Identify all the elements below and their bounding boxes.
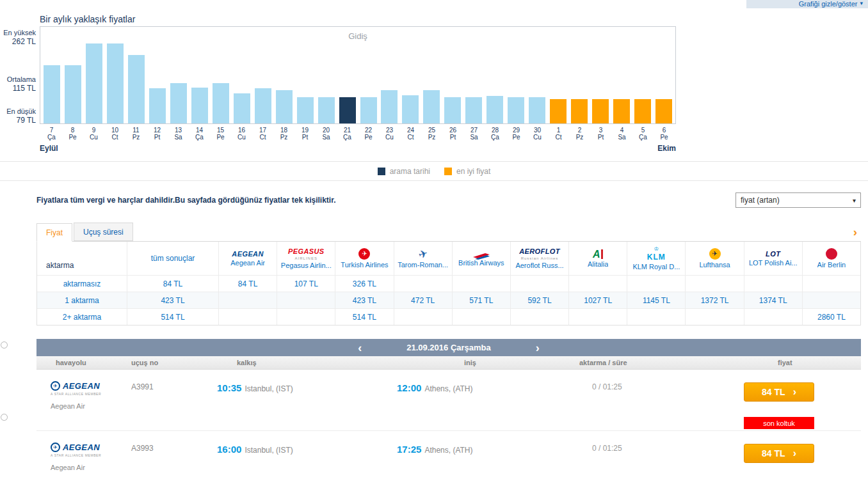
matrix-cell-1-3[interactable]: 423 TL xyxy=(335,292,393,308)
filter-radio[interactable] xyxy=(1,414,8,421)
price-bar-24-Ct[interactable] xyxy=(402,95,419,123)
matrix-cell-1-8[interactable]: 1145 TL xyxy=(627,292,685,308)
matrix-cell-1-0[interactable]: 423 TL xyxy=(127,292,218,308)
price-bar-10-Ct[interactable] xyxy=(107,43,124,123)
pegasus-logo: PEGASUS xyxy=(288,247,325,255)
matrix-cell-1-9[interactable]: 1372 TL xyxy=(685,292,743,308)
departure-cell: 16:00Istanbul, (IST) xyxy=(216,431,397,486)
matrix-airline-column-9[interactable]: LOTLOT Polish Ai... xyxy=(744,242,802,275)
matrix-airline-column-6[interactable]: AAlitalia xyxy=(568,242,627,275)
departure-time: 16:00 xyxy=(217,444,241,455)
price-bar-25-Pz[interactable] xyxy=(423,90,440,123)
matrix-cell-2-11[interactable]: 2860 TL xyxy=(802,308,860,325)
matrix-cell-1-5[interactable]: 571 TL xyxy=(452,292,510,308)
y-marker-min: En düşük 79 TL xyxy=(0,107,36,125)
matrix-row-label-0[interactable]: aktarmasız xyxy=(37,275,127,292)
previous-day-icon[interactable]: ‹ xyxy=(358,342,362,354)
bar-axis-label: 8Pe xyxy=(62,127,83,141)
matrix-header-all-results[interactable]: tüm sonuçlar xyxy=(127,242,218,275)
price-bar-20-Sa[interactable] xyxy=(318,97,335,123)
price-bar-3-Pt[interactable] xyxy=(592,99,609,123)
matrix-next-arrow-icon[interactable]: › xyxy=(853,225,857,239)
tab-fiyat[interactable]: Fiyat xyxy=(36,223,72,242)
price-bar-6-Pe[interactable] xyxy=(655,99,672,123)
price-bar-5-Ça[interactable] xyxy=(634,99,651,123)
price-bar-23-Cu[interactable] xyxy=(381,90,398,123)
sort-select[interactable]: fiyat (artan) ▾ xyxy=(735,192,861,208)
bar-axis-label: 10Ct xyxy=(104,127,125,141)
price-bar-11-Pz[interactable] xyxy=(128,55,145,123)
bar-axis-label: 29Pe xyxy=(506,127,527,141)
legend-item-best-price: en iyi fiyat xyxy=(444,167,490,176)
matrix-row-label-1[interactable]: 1 aktarma xyxy=(37,292,127,308)
arrival-place: Athens, (ATH) xyxy=(424,446,472,455)
bar-axis-label: 19Pt xyxy=(294,127,316,141)
price-bar-12-Pt[interactable] xyxy=(149,88,166,123)
bar-slot xyxy=(189,88,211,123)
matrix-cell-0-0[interactable]: 84 TL xyxy=(127,275,218,292)
price-bar-26-Pt[interactable] xyxy=(444,97,461,123)
price-bar-9-Cu[interactable] xyxy=(86,43,102,123)
next-day-icon[interactable]: › xyxy=(536,342,540,354)
price-bar-22-Pe[interactable] xyxy=(360,97,377,123)
chart-bar-labels: 7Ça8Pe9Cu10Ct11Pz12Pt13Sa14Ça15Pe16Cu17C… xyxy=(41,127,675,141)
y-marker-max: En yüksek 262 TL xyxy=(0,28,36,46)
price-bar-2-Pz[interactable] xyxy=(571,99,588,123)
matrix-airline-name: Aeroflot Russ... xyxy=(515,262,563,269)
matrix-row-label-2[interactable]: 2+ aktarma xyxy=(37,308,127,325)
price-bar-4-Sa[interactable] xyxy=(613,99,630,123)
bar-axis-label: 28Ça xyxy=(485,127,506,141)
select-flight-button[interactable]: 84 TL› xyxy=(744,444,814,463)
matrix-cell-0-1[interactable]: 84 TL xyxy=(218,275,277,292)
price-bar-8-Pe[interactable] xyxy=(65,65,81,123)
airline-caption: Aegean Air xyxy=(51,402,131,410)
matrix-cell-0-2[interactable]: 107 TL xyxy=(277,275,335,292)
bar-slot xyxy=(337,97,358,123)
toggle-chart-link[interactable]: Grafiği gizle/göster xyxy=(799,0,858,8)
matrix-airline-column-0[interactable]: AEGEANAegean Air xyxy=(218,242,277,275)
matrix-airline-column-8[interactable]: ✈Lufthansa xyxy=(685,242,743,275)
price-bar-18-Pz[interactable] xyxy=(276,90,293,123)
matrix-cell-2-9 xyxy=(685,308,743,325)
matrix-cell-2-0[interactable]: 514 TL xyxy=(127,308,218,325)
klm-logo-crown-icon: ♔ xyxy=(654,246,659,251)
matrix-cell-1-10[interactable]: 1374 TL xyxy=(744,292,802,308)
price-bar-14-Ça[interactable] xyxy=(191,88,208,123)
price-bar-1-Ct[interactable] xyxy=(550,99,567,123)
matrix-airline-column-3[interactable]: ✈Tarom-Roman... xyxy=(394,242,452,275)
matrix-airline-column-7[interactable]: ♔KLMKLM Royal D... xyxy=(627,242,685,275)
aeroflot-logo-sub: Russian Airlines xyxy=(521,256,559,260)
bar-slot xyxy=(527,97,548,123)
bar-axis-label: 22Pe xyxy=(358,127,379,141)
chevron-down-icon: ▾ xyxy=(860,0,863,6)
matrix-cell-1-2 xyxy=(277,292,335,308)
matrix-cell-1-7[interactable]: 1027 TL xyxy=(568,292,627,308)
matrix-cell-1-6[interactable]: 592 TL xyxy=(510,292,568,308)
matrix-airline-column-10[interactable]: Air Berlin xyxy=(802,242,860,275)
price-bar-28-Ça[interactable] xyxy=(486,96,503,123)
tab-ucus-suresi[interactable]: Uçuş süresi xyxy=(74,223,133,241)
month-right-label: Ekim xyxy=(657,144,676,153)
price-bar-15-Pe[interactable] xyxy=(213,83,229,123)
price-bar-16-Cu[interactable] xyxy=(234,93,250,123)
matrix-airline-column-5[interactable]: AEROFLOTRussian AirlinesAeroflot Russ... xyxy=(510,242,568,275)
price-bar-7-Ça[interactable] xyxy=(44,65,60,123)
filter-radio[interactable] xyxy=(1,341,8,349)
price-bar-17-Ct[interactable] xyxy=(255,88,271,123)
price-bar-30-Cu[interactable] xyxy=(529,97,545,123)
price-bar-21-Ça[interactable] xyxy=(339,97,356,123)
matrix-airline-column-1[interactable]: PEGASUSAIRLINESPegasus Airlin... xyxy=(277,242,335,275)
matrix-cell-1-4[interactable]: 472 TL xyxy=(394,292,452,308)
matrix-cell-2-3[interactable]: 514 TL xyxy=(335,308,393,325)
price-bar-29-Pe[interactable] xyxy=(508,97,524,123)
matrix-airline-column-4[interactable]: British Airways xyxy=(452,242,510,275)
price-bar-27-Sa[interactable] xyxy=(465,97,482,123)
price-bar-19-Pt[interactable] xyxy=(297,97,314,123)
select-flight-button[interactable]: 84 TL› xyxy=(744,382,814,402)
price-bar-13-Sa[interactable] xyxy=(170,83,187,123)
star-alliance-text: A STAR ALLIANCE MEMBER xyxy=(51,392,131,396)
bar-axis-label: 27Sa xyxy=(463,127,485,141)
matrix-cell-0-3[interactable]: 326 TL xyxy=(335,275,393,292)
matrix-airline-column-2[interactable]: ✈Turkish Airlines xyxy=(335,242,393,275)
star-alliance-text: A STAR ALLIANCE MEMBER xyxy=(51,453,131,457)
